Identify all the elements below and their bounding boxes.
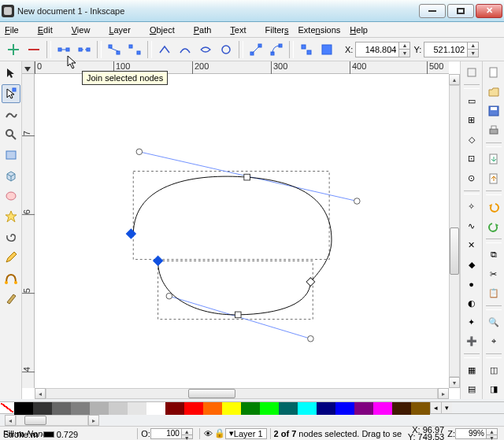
node-cusp-button[interactable] [156, 41, 173, 58]
color-swatch[interactable] [260, 402, 279, 415]
join-with-segment-button[interactable] [106, 41, 123, 58]
scroll-up-button[interactable]: ▴ [449, 74, 460, 85]
menu-edit[interactable]: Edit [38, 25, 62, 35]
scroll-track[interactable] [46, 388, 438, 399]
snap-midpoint-button[interactable]: ◐ [462, 294, 481, 312]
color-swatch[interactable] [317, 402, 335, 415]
canvas[interactable] [35, 74, 449, 388]
color-swatch[interactable] [279, 402, 298, 415]
calligraphy-tool[interactable] [2, 289, 20, 308]
new-document-button[interactable] [484, 64, 503, 82]
menu-path[interactable]: Path [194, 25, 221, 35]
menu-object[interactable]: Object [150, 25, 184, 35]
scroll-thumb[interactable] [450, 227, 459, 275]
y-input[interactable] [424, 42, 468, 57]
tweak-tool[interactable] [2, 105, 20, 124]
import-button[interactable] [484, 150, 503, 168]
zoom-drawing-button[interactable]: ⌖ [484, 333, 503, 351]
open-button[interactable] [484, 83, 503, 102]
snap-cusp-button[interactable]: ◆ [462, 256, 481, 273]
menu-extensions[interactable]: Extensions [298, 25, 341, 35]
layer-visibility-icon[interactable]: 👁 [203, 428, 214, 439]
object-to-path-button[interactable] [298, 41, 315, 58]
scrollbar-vertical[interactable]: ▴ ▾ [449, 74, 460, 388]
color-swatch[interactable] [241, 402, 260, 415]
x-spinner[interactable]: ▲▼ [399, 42, 410, 57]
color-swatch[interactable] [71, 402, 90, 415]
color-swatch[interactable] [128, 402, 146, 415]
color-swatch[interactable] [373, 402, 392, 415]
snap-page-border-button[interactable]: ▦ [462, 361, 481, 379]
segment-line-button[interactable] [247, 41, 265, 58]
node-smooth-button[interactable] [176, 41, 194, 58]
rect-tool[interactable] [2, 146, 20, 165]
snap-smooth-button[interactable]: ● [462, 275, 481, 292]
color-swatch[interactable] [14, 402, 33, 415]
color-swatch[interactable] [354, 402, 373, 415]
scroll-left-button[interactable]: ◂ [35, 388, 46, 399]
path-node[interactable] [244, 174, 250, 180]
color-swatch[interactable] [298, 402, 317, 415]
menu-file[interactable]: File [5, 25, 28, 35]
export-button[interactable] [484, 169, 503, 187]
scroll-right-button[interactable]: ▸ [88, 415, 99, 426]
scroll-right-button[interactable]: ▸ [438, 388, 449, 399]
color-swatch[interactable] [109, 402, 128, 415]
menu-view[interactable]: View [72, 25, 100, 35]
duplicate-button[interactable]: ◫ [484, 361, 503, 379]
handle-endpoint[interactable] [308, 336, 314, 342]
color-swatch[interactable] [411, 402, 430, 415]
layer-lock-icon[interactable]: 🔒 [214, 428, 225, 439]
snap-intersection-button[interactable]: ✕ [462, 236, 481, 253]
snap-center-button[interactable]: ⊙ [462, 169, 481, 187]
snap-bbox-edge-button[interactable]: ⊞ [462, 112, 481, 129]
scroll-left-button[interactable]: ◂ [5, 415, 16, 426]
scrollbar-horizontal[interactable]: ◂ ▸ [35, 388, 449, 399]
snap-bbox-corner-button[interactable]: ◇ [462, 131, 481, 148]
zoom-spinner[interactable]: ▲▼ [487, 428, 498, 439]
minimize-button[interactable] [419, 4, 446, 18]
palette-scroll-left[interactable]: ◂ [430, 402, 441, 413]
path-node-selected[interactable] [126, 229, 135, 238]
cut-button[interactable]: ✂ [484, 265, 503, 283]
handle-endpoint[interactable] [136, 149, 143, 155]
color-swatch[interactable] [146, 402, 165, 415]
palette-scrollbar[interactable]: ◂ ▸ [5, 415, 99, 426]
menu-text[interactable]: Text [230, 25, 255, 35]
color-swatch[interactable] [165, 402, 184, 415]
delete-node-button[interactable] [25, 41, 43, 58]
clone-button[interactable]: ◨ [484, 380, 503, 398]
opacity-input[interactable] [150, 428, 182, 439]
zoom-fit-button[interactable]: 🔍 [484, 313, 503, 331]
ellipse-tool[interactable] [2, 187, 20, 205]
color-swatch[interactable] [392, 402, 411, 415]
path-segment[interactable] [158, 261, 311, 315]
nodes[interactable] [126, 149, 360, 342]
snap-grid-button[interactable]: ▤ [462, 380, 481, 397]
print-button[interactable] [484, 122, 503, 140]
y-spinner[interactable]: ▲▼ [468, 42, 479, 57]
path-segment[interactable] [133, 176, 332, 282]
zoom-tool[interactable] [2, 125, 20, 144]
node-auto-button[interactable] [217, 41, 235, 58]
x-input[interactable] [355, 42, 399, 57]
opacity-spinner[interactable]: ▲▼ [182, 428, 193, 439]
save-button[interactable] [484, 102, 503, 120]
swatch-none[interactable] [0, 402, 14, 413]
color-swatch[interactable] [52, 402, 71, 415]
snap-nodes-button[interactable]: ✧ [462, 198, 481, 215]
color-swatch[interactable] [203, 402, 222, 415]
paste-button[interactable]: 📋 [484, 285, 503, 303]
segment-curve-button[interactable] [268, 41, 285, 58]
ruler-origin[interactable] [22, 61, 35, 74]
scroll-thumb[interactable] [188, 389, 235, 398]
snap-rotation-center-button[interactable]: ➕ [462, 333, 481, 350]
delete-segment-button[interactable] [126, 41, 143, 58]
pencil-tool[interactable] [2, 248, 20, 267]
stroke-indicator[interactable]: Stroke: m 0.729 [3, 430, 78, 439]
box3d-tool[interactable] [2, 166, 20, 185]
color-swatch[interactable] [184, 402, 203, 415]
palette-menu[interactable]: ▾ [441, 402, 452, 413]
color-swatch[interactable] [222, 402, 241, 415]
snap-object-center-button[interactable]: ✦ [462, 313, 481, 331]
